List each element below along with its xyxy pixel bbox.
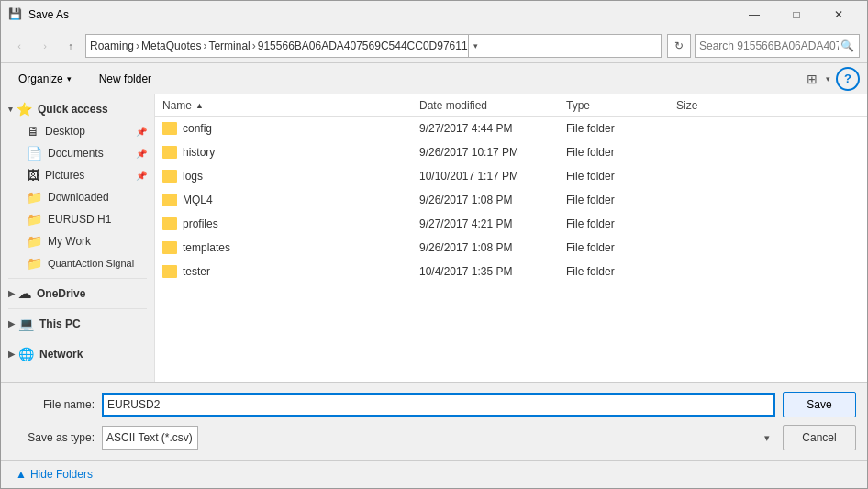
refresh-button[interactable]: ↻ xyxy=(667,34,691,58)
file-area: Name ▲ Date modified Type Size config 9 xyxy=(155,94,867,382)
quick-access-chevron: ▾ xyxy=(8,105,13,114)
file-date-cell: 10/4/2017 1:35 PM xyxy=(419,265,566,278)
file-date-cell: 9/26/2017 1:08 PM xyxy=(419,194,566,206)
minimize-button[interactable]: — xyxy=(733,1,775,28)
toolbar-right: ⊞ ▾ ? xyxy=(800,67,860,91)
main-area: ▾ ⭐ Quick access 🖥 Desktop 📌 📄 Documents… xyxy=(1,94,867,382)
column-name-header[interactable]: Name ▲ xyxy=(162,99,419,112)
titlebar-controls: — □ ✕ xyxy=(733,1,860,28)
table-row[interactable]: config 9/27/2017 4:44 PM File folder xyxy=(155,117,867,140)
sidebar-item-eurusd[interactable]: 📁 EURUSD H1 xyxy=(1,208,154,230)
sidebar-item-desktop[interactable]: 🖥 Desktop 📌 xyxy=(1,120,154,142)
sidebar: ▾ ⭐ Quick access 🖥 Desktop 📌 📄 Documents… xyxy=(1,94,155,382)
save-as-window: 💾 Save As — □ ✕ ‹ › ↑ Roaming › MetaQuot… xyxy=(0,0,868,489)
savetype-row: Save as type: ASCII Text (*.csv) Cancel xyxy=(12,425,856,450)
filename-input[interactable] xyxy=(102,393,775,417)
back-button[interactable]: ‹ xyxy=(8,35,30,57)
file-list: config 9/27/2017 4:44 PM File folder his… xyxy=(155,117,867,382)
breadcrumb-bar[interactable]: Roaming › MetaQuotes › Terminal › 915566… xyxy=(85,34,662,58)
sidebar-item-documents[interactable]: 📄 Documents 📌 xyxy=(1,142,154,164)
file-type-cell: File folder xyxy=(566,146,676,159)
mywork-folder-icon: 📁 xyxy=(27,234,42,249)
table-row[interactable]: profiles 9/27/2017 4:21 PM File folder xyxy=(155,212,867,236)
savetype-select[interactable]: ASCII Text (*.csv) xyxy=(102,426,198,450)
breadcrumb-dropdown-btn[interactable]: ▾ xyxy=(468,34,483,58)
breadcrumb-sep-2: › xyxy=(203,39,206,52)
table-row[interactable]: templates 9/26/2017 1:08 PM File folder xyxy=(155,236,867,260)
hide-folders-button[interactable]: ▲ Hide Folders xyxy=(8,464,100,484)
file-date-cell: 9/27/2017 4:44 PM xyxy=(419,122,566,135)
thispc-chevron: ▶ xyxy=(8,319,15,328)
quick-access-icon: ⭐ xyxy=(17,102,32,117)
desktop-icon: 🖥 xyxy=(27,124,39,139)
pin-icon-documents: 📌 xyxy=(136,149,147,159)
breadcrumb-item-roaming[interactable]: Roaming xyxy=(90,39,134,52)
help-button[interactable]: ? xyxy=(836,67,860,91)
search-icon[interactable]: 🔍 xyxy=(839,38,855,54)
hide-folders-chevron: ▲ xyxy=(16,468,27,481)
table-row[interactable]: logs 10/10/2017 1:17 PM File folder xyxy=(155,164,867,188)
onedrive-item[interactable]: ▶ ☁ OneDrive xyxy=(1,283,154,305)
folder-icon xyxy=(162,241,177,254)
quick-access-header[interactable]: ▾ ⭐ Quick access xyxy=(1,98,154,120)
filename-label: File name: xyxy=(12,398,95,411)
table-row[interactable]: tester 10/4/2017 1:35 PM File folder xyxy=(155,260,867,283)
up-button[interactable]: ↑ xyxy=(60,35,82,57)
table-row[interactable]: history 9/26/2017 10:17 PM File folder xyxy=(155,140,867,164)
search-input[interactable] xyxy=(699,39,839,52)
breadcrumb-item-terminal[interactable]: Terminal xyxy=(208,39,250,52)
column-type-header[interactable]: Type xyxy=(566,99,676,112)
forward-button[interactable]: › xyxy=(34,35,56,57)
new-folder-button[interactable]: New folder xyxy=(89,67,161,91)
thispc-item[interactable]: ▶ 💻 This PC xyxy=(1,313,154,335)
titlebar: 💾 Save As — □ ✕ xyxy=(1,1,867,28)
column-date-header[interactable]: Date modified xyxy=(419,99,566,112)
file-type-cell: File folder xyxy=(566,170,676,183)
pictures-icon: 🖼 xyxy=(27,168,39,183)
quant-folder-icon: 📁 xyxy=(27,256,42,271)
toolbar: Organize ▾ New folder ⊞ ▾ ? xyxy=(1,63,867,94)
sidebar-divider-1 xyxy=(8,278,147,279)
file-type-cell: File folder xyxy=(566,217,676,230)
window-title: Save As xyxy=(28,8,733,21)
table-row[interactable]: MQL4 9/26/2017 1:08 PM File folder xyxy=(155,188,867,212)
column-size-header[interactable]: Size xyxy=(676,99,750,112)
close-button[interactable]: ✕ xyxy=(818,1,860,28)
savetype-select-wrapper: ASCII Text (*.csv) xyxy=(102,426,775,450)
file-list-header: Name ▲ Date modified Type Size xyxy=(155,94,867,117)
sidebar-item-pictures[interactable]: 🖼 Pictures 📌 xyxy=(1,164,154,186)
breadcrumb-sep-1: › xyxy=(136,39,139,52)
file-date-cell: 9/27/2017 4:21 PM xyxy=(419,217,566,230)
file-name-cell: templates xyxy=(162,241,419,254)
folder-icon xyxy=(162,217,177,230)
eurusd-folder-icon: 📁 xyxy=(27,212,42,227)
sidebar-item-downloaded[interactable]: 📁 Downloaded xyxy=(1,186,154,208)
sidebar-item-quant[interactable]: 📁 QuantAction Signal xyxy=(1,252,154,274)
file-type-cell: File folder xyxy=(566,122,676,135)
sidebar-item-mywork[interactable]: 📁 My Work xyxy=(1,230,154,252)
network-item[interactable]: ▶ 🌐 Network xyxy=(1,343,154,365)
save-button[interactable]: Save xyxy=(783,392,856,417)
documents-icon: 📄 xyxy=(27,146,42,161)
maximize-button[interactable]: □ xyxy=(775,1,818,28)
hide-folders-label: Hide Folders xyxy=(30,468,93,481)
network-icon: 🌐 xyxy=(18,347,34,361)
organize-button[interactable]: Organize ▾ xyxy=(8,67,82,91)
file-name-cell: history xyxy=(162,146,419,159)
view-chevron-icon: ▾ xyxy=(826,74,830,83)
bottom-panel: File name: Save Save as type: ASCII Text… xyxy=(1,382,867,460)
network-chevron: ▶ xyxy=(8,350,15,359)
breadcrumb-item-metaquotes[interactable]: MetaQuotes xyxy=(141,39,201,52)
folder-icon xyxy=(162,194,177,206)
cancel-button[interactable]: Cancel xyxy=(783,425,856,450)
folder-icon xyxy=(162,122,177,135)
breadcrumb-item-id[interactable]: 915566BA06ADA407569C544CC0D97611 xyxy=(258,39,468,52)
file-name-cell: tester xyxy=(162,265,419,278)
downloaded-folder-icon: 📁 xyxy=(27,190,42,205)
file-type-cell: File folder xyxy=(566,265,676,278)
organize-chevron-icon: ▾ xyxy=(67,74,72,83)
bottom-footer: ▲ Hide Folders xyxy=(1,460,867,488)
view-options-button[interactable]: ⊞ xyxy=(800,67,824,91)
onedrive-icon: ☁ xyxy=(18,286,31,301)
folder-icon xyxy=(162,146,177,159)
